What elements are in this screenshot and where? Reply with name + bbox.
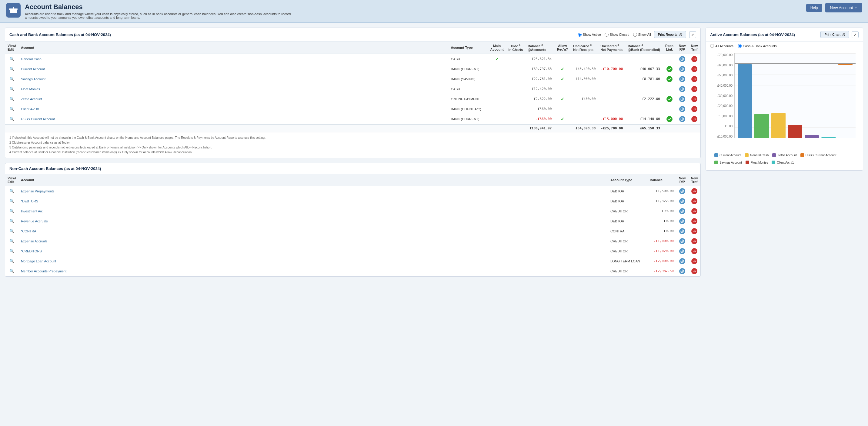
noncash-account-link[interactable]: Expense Accruals [21, 239, 47, 243]
chart-expand-button[interactable]: ⤢ [851, 31, 859, 38]
noncash-new-rp-icon[interactable] [679, 238, 685, 244]
search-cell[interactable]: 🔍 [5, 84, 19, 94]
new-trnf-cell[interactable] [688, 74, 701, 84]
new-rp-cell[interactable] [676, 94, 688, 104]
recn-green-icon[interactable] [666, 66, 673, 72]
noncash-search-cell[interactable]: 🔍 [5, 266, 19, 276]
noncash-new-trnf-icon[interactable] [691, 248, 698, 254]
new-rp-icon[interactable] [679, 76, 685, 82]
noncash-new-rp-icon[interactable] [679, 228, 685, 234]
noncash-new-trnf-icon[interactable] [691, 228, 698, 234]
search-icon[interactable]: 🔍 [9, 107, 14, 111]
new-trnf-cell[interactable] [688, 54, 701, 64]
chart-bar-item[interactable] [754, 53, 769, 138]
new-rp-cell[interactable] [676, 74, 688, 84]
chart-bar[interactable] [754, 114, 769, 138]
chart-bar[interactable] [738, 64, 752, 138]
noncash-new-rp-icon[interactable] [679, 218, 685, 224]
chart-bar-item[interactable] [771, 53, 785, 138]
search-icon[interactable]: 🔍 [9, 67, 14, 71]
noncash-new-trnf-icon[interactable] [691, 268, 698, 274]
noncash-search-cell[interactable]: 🔍 [5, 246, 19, 256]
new-rp-cell[interactable] [676, 104, 688, 114]
noncash-search-cell[interactable]: 🔍 [5, 236, 19, 246]
search-icon[interactable]: 🔍 [9, 57, 14, 61]
noncash-new-trnf-icon[interactable] [691, 188, 698, 194]
search-icon[interactable]: 🔍 [9, 87, 14, 91]
noncash-new-rp-cell[interactable] [676, 226, 688, 236]
new-trnf-cell[interactable] [688, 94, 701, 104]
noncash-account-link[interactable]: *CREDITORS [21, 249, 42, 253]
show-all-radio[interactable]: Show All [633, 33, 651, 37]
chart-bar[interactable] [771, 113, 785, 138]
noncash-search-cell[interactable]: 🔍 [5, 256, 19, 266]
search-icon[interactable]: 🔍 [9, 117, 14, 121]
noncash-search-cell[interactable]: 🔍 [5, 226, 19, 236]
noncash-search-cell[interactable]: 🔍 [5, 216, 19, 226]
noncash-search-cell[interactable]: 🔍 [5, 186, 19, 196]
noncash-new-trnf-icon[interactable] [691, 198, 698, 204]
print-chart-button[interactable]: Print Chart 🖨 [820, 31, 849, 38]
account-link[interactable]: HSBS Current Account [21, 117, 55, 121]
search-cell[interactable]: 🔍 [5, 104, 19, 114]
account-link[interactable]: Zettle Account [21, 97, 42, 101]
noncash-account-link[interactable]: Mortgage Loan Account [21, 259, 56, 263]
account-link[interactable]: Float Monies [21, 87, 40, 91]
chart-bar-item[interactable] [838, 53, 852, 138]
new-rp-icon[interactable] [679, 86, 685, 92]
noncash-new-trnf-cell[interactable] [688, 216, 701, 226]
show-closed-radio[interactable]: Show Closed [604, 33, 629, 37]
recn-green-icon[interactable] [666, 96, 673, 102]
new-rp-icon[interactable] [679, 106, 685, 112]
noncash-new-trnf-cell[interactable] [688, 206, 701, 216]
noncash-new-rp-icon[interactable] [679, 198, 685, 204]
search-icon[interactable]: 🔍 [9, 229, 14, 233]
search-icon[interactable]: 🔍 [9, 249, 14, 253]
noncash-new-rp-cell[interactable] [676, 186, 688, 196]
noncash-new-trnf-cell[interactable] [688, 256, 701, 266]
new-rp-cell[interactable] [676, 84, 688, 94]
show-active-radio[interactable]: Show Active [578, 33, 601, 37]
noncash-account-link[interactable]: Member Accounts Prepayment [21, 269, 66, 273]
new-account-button[interactable]: New Account + [825, 3, 862, 12]
recn-green-icon[interactable] [666, 116, 673, 122]
new-trnf-icon[interactable] [691, 116, 698, 122]
chart-bar[interactable] [788, 125, 802, 138]
search-icon[interactable]: 🔍 [9, 97, 14, 101]
expand-button[interactable]: ⤢ [689, 31, 696, 38]
noncash-new-rp-cell[interactable] [676, 206, 688, 216]
noncash-new-rp-cell[interactable] [676, 256, 688, 266]
search-cell[interactable]: 🔍 [5, 94, 19, 104]
noncash-new-rp-icon[interactable] [679, 208, 685, 214]
search-icon[interactable]: 🔍 [9, 199, 14, 203]
recn-green-icon[interactable] [666, 76, 673, 82]
account-link[interactable]: Client A/c #1 [21, 107, 40, 111]
noncash-new-rp-cell[interactable] [676, 266, 688, 276]
help-button[interactable]: Help [806, 4, 822, 12]
search-icon[interactable]: 🔍 [9, 269, 14, 273]
new-trnf-icon[interactable] [691, 56, 698, 62]
chart-bar-item[interactable] [738, 53, 752, 138]
noncash-new-rp-icon[interactable] [679, 258, 685, 264]
chart-bar-item[interactable] [821, 53, 836, 138]
noncash-account-link[interactable]: *CONTRA [21, 229, 36, 233]
noncash-new-rp-cell[interactable] [676, 246, 688, 256]
chart-bar[interactable] [805, 135, 819, 138]
account-link[interactable]: General Cash [21, 57, 41, 61]
noncash-search-cell[interactable]: 🔍 [5, 196, 19, 206]
search-icon[interactable]: 🔍 [9, 259, 14, 263]
noncash-new-rp-cell[interactable] [676, 196, 688, 206]
noncash-search-cell[interactable]: 🔍 [5, 206, 19, 216]
noncash-new-rp-icon[interactable] [679, 248, 685, 254]
new-trnf-icon[interactable] [691, 96, 698, 102]
search-icon[interactable]: 🔍 [9, 77, 14, 81]
noncash-account-link[interactable]: Expense Prepayments [21, 189, 55, 193]
new-trnf-icon[interactable] [691, 76, 698, 82]
account-link[interactable]: Current Account [21, 67, 45, 71]
search-cell[interactable]: 🔍 [5, 64, 19, 74]
chart-bar[interactable] [821, 137, 836, 138]
new-trnf-cell[interactable] [688, 64, 701, 74]
new-rp-cell[interactable] [676, 114, 688, 124]
noncash-account-link[interactable]: *DEBTORS [21, 199, 38, 203]
noncash-account-link[interactable]: Revenue Accruals [21, 219, 48, 223]
